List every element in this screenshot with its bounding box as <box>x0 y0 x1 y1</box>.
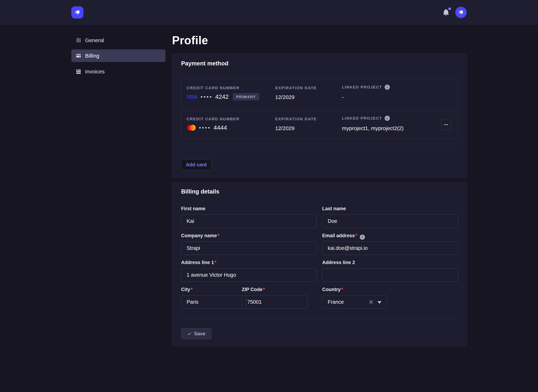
invoice-icon: $ <box>76 69 81 74</box>
user-avatar[interactable] <box>455 7 467 18</box>
billing-details-card: Billing details First name Last name Com… <box>172 182 467 346</box>
field-label: Country* <box>322 287 387 293</box>
primary-badge: PRIMARY <box>233 93 259 100</box>
credit-card-row-mastercard: CREDIT CARD NUMBER •••• 4444 EXPIRATION … <box>181 110 458 139</box>
strapi-logo[interactable] <box>71 6 83 19</box>
sidebar-item-label: General <box>85 37 104 43</box>
credit-card-number-label: CREDIT CARD NUMBER <box>187 117 239 121</box>
page-title: Profile <box>172 34 208 47</box>
notifications-button[interactable] <box>443 9 452 18</box>
linked-project-value: - <box>342 94 344 100</box>
masked-digits: •••• <box>201 94 213 100</box>
field-last-name: Last name <box>322 206 458 228</box>
sidebar-item-label: Invoices <box>85 69 105 75</box>
linked-project-label: LINKED PROJECT <box>342 85 382 89</box>
info-icon[interactable] <box>360 235 365 240</box>
zip-code-input[interactable] <box>242 295 307 309</box>
mastercard-logo <box>187 125 196 131</box>
expiration-date-label: EXPIRATION DATE <box>275 117 317 121</box>
info-icon[interactable] <box>385 116 390 121</box>
payment-method-card: Payment method CREDIT CARD NUMBER VISA •… <box>172 53 467 178</box>
clear-icon[interactable]: ✕ <box>369 299 374 305</box>
save-button-label: Save <box>194 331 205 336</box>
field-label: Company name* <box>181 233 317 239</box>
expiration-date-label: EXPIRATION DATE <box>275 86 317 90</box>
strapi-avatar-icon <box>457 9 465 16</box>
required-marker: * <box>217 233 219 238</box>
topbar <box>0 0 538 25</box>
country-value: France <box>328 299 344 305</box>
card-last4: 4242 <box>215 93 229 100</box>
notification-dot <box>448 7 451 10</box>
address-line-2-input[interactable] <box>322 268 458 282</box>
strapi-logo-icon <box>73 8 81 17</box>
email-address-input[interactable] <box>322 242 458 255</box>
address-line-1-input[interactable] <box>181 268 317 282</box>
sidebar-item-invoices[interactable]: $ Invoices <box>71 65 166 78</box>
expiration-date-value: 12/2029 <box>275 125 295 131</box>
sidebar-item-general[interactable]: General <box>71 34 166 47</box>
info-icon[interactable] <box>385 84 390 90</box>
card-last4: 4444 <box>214 124 227 131</box>
billing-details-title: Billing details <box>181 188 219 195</box>
country-combobox[interactable]: France ✕ <box>322 295 387 309</box>
svg-text:$: $ <box>76 69 77 71</box>
visa-logo: VISA <box>187 94 197 100</box>
masked-digits: •••• <box>199 125 211 131</box>
divider <box>181 319 458 319</box>
card-actions-menu-button[interactable]: ••• <box>441 120 451 130</box>
field-city: City* <box>181 287 246 309</box>
last-name-input[interactable] <box>322 215 458 228</box>
divider <box>181 150 458 150</box>
city-input[interactable] <box>181 295 246 309</box>
field-company-name: Company name* <box>181 233 317 255</box>
required-marker: * <box>191 287 193 292</box>
required-marker: * <box>214 260 217 265</box>
payment-method-title: Payment method <box>181 60 229 67</box>
required-marker: * <box>263 287 265 292</box>
linked-project-value: myproject1, myproject2(2) <box>342 125 404 131</box>
company-name-input[interactable] <box>181 242 317 255</box>
field-label: Last name <box>322 206 458 212</box>
sliders-icon <box>76 37 81 43</box>
field-zip-code: ZIP Code* <box>242 287 307 309</box>
field-email-address: Email address* <box>322 233 458 255</box>
required-marker: * <box>355 233 357 238</box>
expiration-date-value: 12/2029 <box>275 94 295 100</box>
add-card-button[interactable]: Add card <box>181 159 211 170</box>
field-label: ZIP Code* <box>242 287 307 293</box>
field-address-line-2: Address line 2 <box>322 260 458 282</box>
field-address-line-1: Address line 1* <box>181 260 317 282</box>
field-label: First name <box>181 206 317 212</box>
check-icon <box>187 331 192 336</box>
field-first-name: First name <box>181 206 317 228</box>
linked-project-label: LINKED PROJECT <box>342 116 382 121</box>
field-country: Country* France ✕ <box>322 287 387 309</box>
field-label: City* <box>181 287 246 293</box>
credit-card-icon <box>76 53 81 58</box>
field-label: Address line 1* <box>181 260 317 266</box>
field-label: Address line 2 <box>322 260 458 266</box>
save-button[interactable]: Save <box>181 328 211 339</box>
sidebar-item-label: Billing <box>85 53 99 59</box>
sidebar-item-billing[interactable]: Billing <box>71 49 166 62</box>
field-label: Email address* <box>322 233 458 239</box>
required-marker: * <box>341 287 343 292</box>
credit-card-row-visa: CREDIT CARD NUMBER VISA •••• 4242 PRIMAR… <box>181 78 458 108</box>
ellipsis-icon: ••• <box>444 123 448 127</box>
chevron-down-icon[interactable] <box>377 301 381 304</box>
credit-card-number-label: CREDIT CARD NUMBER <box>187 86 239 90</box>
first-name-input[interactable] <box>181 215 317 228</box>
